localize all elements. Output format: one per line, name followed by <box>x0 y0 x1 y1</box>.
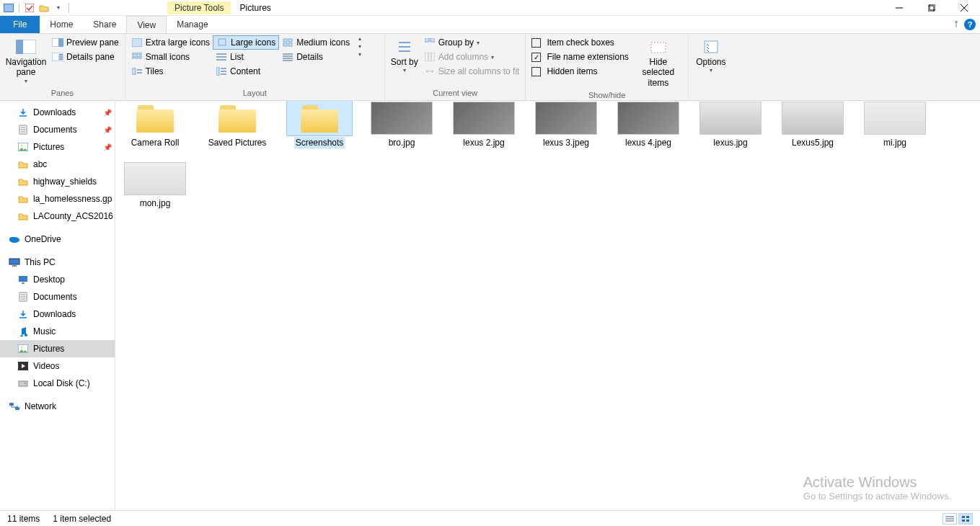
svg-rect-52 <box>705 41 718 53</box>
tab-file[interactable]: File <box>0 16 40 33</box>
file-item-bro-jpg[interactable]: bro.jpg <box>368 101 436 148</box>
hidden-items-toggle[interactable]: Hidden items <box>529 64 631 79</box>
tab-manage[interactable]: Manage <box>167 16 218 33</box>
preview-pane-button[interactable]: Preview pane <box>49 35 122 50</box>
group-label-current-view: Current view <box>388 89 523 100</box>
options-button[interactable]: Options ▾ <box>692 35 730 77</box>
nav-pc-music[interactable]: Music <box>0 323 115 340</box>
svg-rect-2 <box>25 4 34 12</box>
nav-this-pc[interactable]: This PC <box>0 254 115 271</box>
large-icons-view-button[interactable] <box>958 513 973 525</box>
hide-selected-button[interactable]: Hide selected items <box>632 35 685 91</box>
tab-view[interactable]: View <box>126 16 167 33</box>
layout-gallery-scroll[interactable]: ▴ ▾ ▾ <box>354 35 366 58</box>
help-icon[interactable]: ? <box>964 19 976 30</box>
doc-icon <box>17 125 29 135</box>
svg-rect-65 <box>22 282 25 284</box>
file-item-label: Saved Pictures <box>207 137 268 148</box>
file-item-lexus5-jpg[interactable]: Lexus5.jpg <box>779 101 847 148</box>
svg-rect-36 <box>132 68 136 74</box>
nav-item-label: la_homelessness.gp <box>33 194 112 204</box>
layout-list[interactable]: List <box>213 50 279 64</box>
checkbox-checked-icon: ✓ <box>531 53 541 62</box>
nav-network[interactable]: Network <box>0 398 115 415</box>
layout-tiles[interactable]: Tiles <box>128 64 213 79</box>
file-item-lexus-jpg[interactable]: lexus.jpg <box>697 101 764 148</box>
chevron-down-icon: ▾ <box>403 67 406 74</box>
svg-rect-46 <box>425 38 429 42</box>
nav-quick-lacounty-acs2016[interactable]: LACounty_ACS2016 <box>0 208 115 225</box>
close-button[interactable] <box>948 0 980 16</box>
nav-quick-documents[interactable]: Documents📌 <box>0 121 115 138</box>
file-item-mon-jpg[interactable]: mon.jpg <box>121 161 189 209</box>
svg-rect-62 <box>9 259 19 264</box>
tab-share[interactable]: Share <box>83 16 126 33</box>
options-label: Options <box>696 57 725 67</box>
separator <box>19 3 19 13</box>
nav-item-label: Videos <box>33 361 59 371</box>
svg-rect-74 <box>19 381 27 386</box>
nav-pc-documents[interactable]: Documents <box>0 288 115 306</box>
sort-by-button[interactable]: Sort by ▾ <box>388 35 421 77</box>
file-item-lexus-2-jpg[interactable]: lexus 2.jpg <box>450 101 518 148</box>
properties-qat-icon[interactable] <box>24 2 35 14</box>
nav-quick-highway-shields[interactable]: highway_shields <box>0 173 115 190</box>
file-item-mi-jpg[interactable]: mi.jpg <box>861 101 929 148</box>
layout-large-icons[interactable]: Large icons <box>213 35 279 50</box>
file-item-saved-pictures[interactable]: Saved Pictures <box>203 101 271 148</box>
layout-extra-large-icons[interactable]: Extra large icons <box>128 35 213 50</box>
nav-pc-downloads[interactable]: Downloads <box>0 306 115 323</box>
nav-pc-pictures[interactable]: Pictures <box>0 340 115 357</box>
nav-pc-local-disk-c-[interactable]: Local Disk (C:) <box>0 375 115 392</box>
preview-pane-label: Preview pane <box>66 37 119 48</box>
file-item-lexus-4-jpeg[interactable]: lexus 4.jpeg <box>614 101 682 148</box>
group-label-panes: Panes <box>3 89 122 100</box>
chevron-up-icon: ▴ <box>358 35 361 42</box>
details-pane-button[interactable]: Details pane <box>49 50 122 64</box>
file-item-lexus-3-jpeg[interactable]: lexus 3.jpeg <box>532 101 600 148</box>
nav-quick-abc[interactable]: abc <box>0 156 115 173</box>
folder-qat-icon[interactable] <box>38 2 50 14</box>
minimize-ribbon-icon[interactable]: ⤒ <box>953 19 960 30</box>
svg-rect-81 <box>962 516 965 518</box>
navigation-tree[interactable]: Downloads📌Documents📌Pictures📌abchighway_… <box>0 101 115 510</box>
item-check-boxes-toggle[interactable]: Item check boxes <box>529 35 631 50</box>
navigation-pane-button[interactable]: Navigation pane ▾ <box>3 35 49 87</box>
nav-pc-videos[interactable]: Videos <box>0 357 115 375</box>
ribbon-tabs: File Home Share View Manage ⤒ ? <box>0 16 980 33</box>
onedrive-icon <box>9 234 20 244</box>
svg-point-59 <box>21 145 23 147</box>
layout-details[interactable]: Details <box>279 50 353 64</box>
nav-quick-pictures[interactable]: Pictures📌 <box>0 138 115 156</box>
maximize-button[interactable] <box>915 0 948 16</box>
file-list-area[interactable]: Camera RollSaved PicturesScreenshotsbro.… <box>115 101 980 510</box>
svg-point-61 <box>9 237 15 241</box>
layout-medium-icons[interactable]: Medium icons <box>279 35 353 50</box>
nav-onedrive[interactable]: OneDrive <box>0 231 115 248</box>
nav-quick-la-homelessness-gp[interactable]: la_homelessness.gp <box>0 190 115 208</box>
svg-rect-82 <box>966 516 969 518</box>
layout-small-icons[interactable]: Small icons <box>128 50 213 64</box>
details-view-button[interactable] <box>943 513 957 525</box>
qat-dropdown-icon[interactable]: ▾ <box>53 2 64 14</box>
nav-pc-desktop[interactable]: Desktop <box>0 271 115 288</box>
minimize-button[interactable] <box>883 0 915 16</box>
svg-rect-24 <box>136 53 138 55</box>
nav-onedrive-label: OneDrive <box>25 234 61 244</box>
layout-content[interactable]: Content <box>213 64 279 79</box>
file-item-camera-roll[interactable]: Camera Roll <box>121 101 189 148</box>
nav-quick-downloads[interactable]: Downloads📌 <box>0 104 115 121</box>
tab-home[interactable]: Home <box>40 16 83 33</box>
group-by-label: Group by <box>438 37 474 48</box>
file-extensions-toggle[interactable]: ✓File name extensions <box>529 50 631 64</box>
group-by-button[interactable]: Group by ▾ <box>421 35 523 50</box>
nav-item-label: abc <box>33 159 47 169</box>
file-item-label: lexus 2.jpg <box>462 137 506 148</box>
ribbon: Navigation pane ▾ Preview pane Details p… <box>0 33 980 101</box>
ribbon-group-panes: Navigation pane ▾ Preview pane Details p… <box>0 34 125 100</box>
file-item-screenshots[interactable]: Screenshots <box>286 101 353 148</box>
desktop-icon <box>17 275 29 285</box>
nav-item-label: Desktop <box>33 275 65 285</box>
main-area: Downloads📌Documents📌Pictures📌abchighway_… <box>0 101 980 510</box>
nav-item-label: Downloads <box>33 107 76 117</box>
